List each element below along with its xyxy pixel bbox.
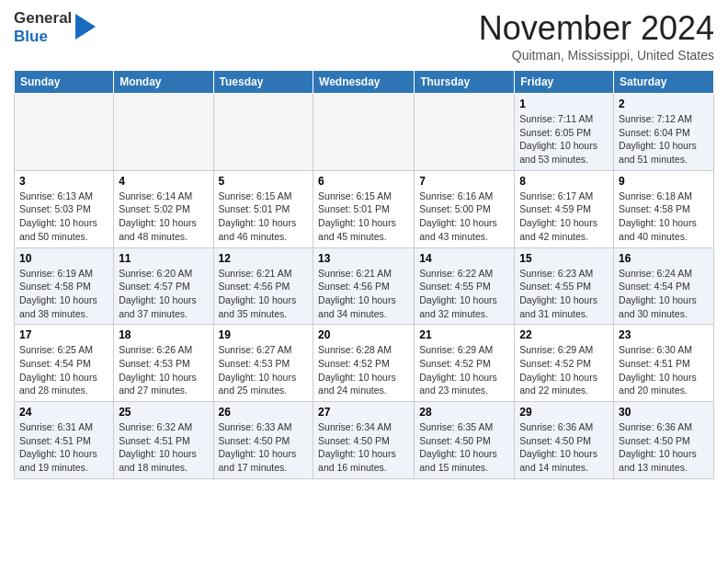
logo-blue: Blue (14, 28, 72, 46)
day-number: 28 (419, 406, 509, 419)
logo: General Blue (14, 9, 96, 45)
day-info: Sunrise: 6:21 AM Sunset: 4:56 PM Dayligh… (219, 267, 309, 321)
day-number: 21 (419, 328, 509, 341)
calendar-cell: 6Sunrise: 6:15 AM Sunset: 5:01 PM Daylig… (313, 170, 415, 247)
day-number: 9 (619, 175, 709, 188)
calendar-week-row: 24Sunrise: 6:31 AM Sunset: 4:51 PM Dayli… (15, 402, 714, 479)
calendar: SundayMondayTuesdayWednesdayThursdayFrid… (14, 70, 714, 479)
day-info: Sunrise: 6:16 AM Sunset: 5:00 PM Dayligh… (419, 190, 509, 244)
calendar-cell: 11Sunrise: 6:20 AM Sunset: 4:57 PM Dayli… (114, 247, 213, 325)
calendar-cell (15, 94, 114, 171)
calendar-cell: 18Sunrise: 6:26 AM Sunset: 4:53 PM Dayli… (114, 325, 213, 402)
day-info: Sunrise: 6:26 AM Sunset: 4:53 PM Dayligh… (119, 343, 208, 397)
day-number: 18 (119, 328, 208, 341)
day-info: Sunrise: 6:21 AM Sunset: 4:56 PM Dayligh… (318, 267, 409, 321)
day-info: Sunrise: 6:33 AM Sunset: 4:50 PM Dayligh… (219, 420, 309, 475)
calendar-cell: 16Sunrise: 6:24 AM Sunset: 4:54 PM Dayli… (614, 247, 714, 325)
day-info: Sunrise: 6:36 AM Sunset: 4:50 PM Dayligh… (519, 420, 609, 475)
calendar-cell: 12Sunrise: 6:21 AM Sunset: 4:56 PM Dayli… (213, 247, 313, 325)
calendar-cell: 2Sunrise: 7:12 AM Sunset: 6:04 PM Daylig… (614, 94, 714, 171)
day-info: Sunrise: 6:19 AM Sunset: 4:58 PM Dayligh… (19, 267, 108, 321)
day-number: 23 (619, 328, 709, 341)
svg-marker-0 (75, 14, 96, 40)
day-info: Sunrise: 6:17 AM Sunset: 4:59 PM Dayligh… (519, 190, 609, 244)
day-info: Sunrise: 6:18 AM Sunset: 4:58 PM Dayligh… (619, 190, 709, 244)
calendar-header-monday: Monday (114, 71, 213, 94)
day-number: 17 (19, 328, 108, 341)
day-info: Sunrise: 6:29 AM Sunset: 4:52 PM Dayligh… (519, 343, 609, 397)
month-title: November 2024 (479, 9, 714, 48)
day-number: 26 (219, 406, 309, 419)
calendar-header-wednesday: Wednesday (313, 71, 415, 94)
calendar-cell: 20Sunrise: 6:28 AM Sunset: 4:52 PM Dayli… (313, 325, 415, 402)
calendar-cell: 4Sunrise: 6:14 AM Sunset: 5:02 PM Daylig… (114, 170, 213, 247)
calendar-header-sunday: Sunday (15, 71, 114, 94)
day-info: Sunrise: 7:11 AM Sunset: 6:05 PM Dayligh… (519, 112, 609, 167)
day-number: 30 (619, 406, 709, 419)
day-info: Sunrise: 6:32 AM Sunset: 4:51 PM Dayligh… (119, 420, 208, 475)
day-info: Sunrise: 6:22 AM Sunset: 4:55 PM Dayligh… (419, 267, 509, 321)
day-info: Sunrise: 6:36 AM Sunset: 4:50 PM Dayligh… (619, 420, 709, 475)
day-number: 1 (519, 98, 609, 110)
day-info: Sunrise: 6:14 AM Sunset: 5:02 PM Dayligh… (119, 190, 208, 244)
day-info: Sunrise: 6:34 AM Sunset: 4:50 PM Dayligh… (318, 420, 409, 475)
day-info: Sunrise: 6:31 AM Sunset: 4:51 PM Dayligh… (19, 420, 108, 475)
day-info: Sunrise: 6:28 AM Sunset: 4:52 PM Dayligh… (318, 343, 409, 397)
calendar-week-row: 10Sunrise: 6:19 AM Sunset: 4:58 PM Dayli… (15, 247, 714, 325)
calendar-cell (313, 94, 415, 171)
calendar-cell: 29Sunrise: 6:36 AM Sunset: 4:50 PM Dayli… (515, 402, 614, 479)
day-info: Sunrise: 6:25 AM Sunset: 4:54 PM Dayligh… (19, 343, 108, 397)
day-number: 24 (19, 406, 108, 419)
calendar-header-row: SundayMondayTuesdayWednesdayThursdayFrid… (15, 71, 714, 94)
logo-general: General (14, 9, 72, 28)
day-info: Sunrise: 7:12 AM Sunset: 6:04 PM Dayligh… (619, 112, 709, 167)
calendar-cell: 24Sunrise: 6:31 AM Sunset: 4:51 PM Dayli… (15, 402, 114, 479)
day-number: 4 (119, 175, 208, 188)
calendar-cell: 9Sunrise: 6:18 AM Sunset: 4:58 PM Daylig… (614, 170, 714, 247)
day-number: 13 (318, 252, 409, 265)
calendar-header-friday: Friday (515, 71, 614, 94)
day-number: 7 (419, 175, 509, 188)
calendar-cell: 30Sunrise: 6:36 AM Sunset: 4:50 PM Dayli… (614, 402, 714, 479)
day-info: Sunrise: 6:15 AM Sunset: 5:01 PM Dayligh… (318, 190, 409, 244)
day-number: 3 (19, 175, 108, 188)
day-number: 10 (19, 252, 108, 265)
day-number: 25 (119, 406, 208, 419)
calendar-cell (415, 94, 515, 171)
day-number: 29 (519, 406, 609, 419)
calendar-cell: 1Sunrise: 7:11 AM Sunset: 6:05 PM Daylig… (515, 94, 614, 171)
calendar-cell: 22Sunrise: 6:29 AM Sunset: 4:52 PM Dayli… (515, 325, 614, 402)
day-info: Sunrise: 6:23 AM Sunset: 4:55 PM Dayligh… (519, 267, 609, 321)
day-info: Sunrise: 6:13 AM Sunset: 5:03 PM Dayligh… (19, 190, 108, 244)
day-number: 22 (519, 328, 609, 341)
day-number: 20 (318, 328, 409, 341)
calendar-header-saturday: Saturday (614, 71, 714, 94)
day-number: 8 (519, 175, 609, 188)
calendar-cell: 21Sunrise: 6:29 AM Sunset: 4:52 PM Dayli… (415, 325, 515, 402)
calendar-cell: 17Sunrise: 6:25 AM Sunset: 4:54 PM Dayli… (15, 325, 114, 402)
calendar-cell (114, 94, 213, 171)
calendar-cell: 14Sunrise: 6:22 AM Sunset: 4:55 PM Dayli… (415, 247, 515, 325)
calendar-cell: 5Sunrise: 6:15 AM Sunset: 5:01 PM Daylig… (213, 170, 313, 247)
calendar-cell: 28Sunrise: 6:35 AM Sunset: 4:50 PM Dayli… (415, 402, 515, 479)
day-info: Sunrise: 6:15 AM Sunset: 5:01 PM Dayligh… (219, 190, 309, 244)
day-info: Sunrise: 6:30 AM Sunset: 4:51 PM Dayligh… (619, 343, 709, 397)
day-number: 5 (219, 175, 309, 188)
day-info: Sunrise: 6:35 AM Sunset: 4:50 PM Dayligh… (419, 420, 509, 475)
day-number: 2 (619, 98, 709, 110)
day-number: 6 (318, 175, 409, 188)
day-number: 11 (119, 252, 208, 265)
calendar-cell: 26Sunrise: 6:33 AM Sunset: 4:50 PM Dayli… (213, 402, 313, 479)
day-info: Sunrise: 6:20 AM Sunset: 4:57 PM Dayligh… (119, 267, 208, 321)
logo-arrow-icon (75, 14, 96, 43)
header: General Blue November 2024 Quitman, Miss… (14, 9, 714, 63)
calendar-week-row: 3Sunrise: 6:13 AM Sunset: 5:03 PM Daylig… (15, 170, 714, 247)
calendar-cell (213, 94, 313, 171)
calendar-week-row: 1Sunrise: 7:11 AM Sunset: 6:05 PM Daylig… (15, 94, 714, 171)
calendar-cell: 7Sunrise: 6:16 AM Sunset: 5:00 PM Daylig… (415, 170, 515, 247)
title-section: November 2024 Quitman, Mississippi, Unit… (479, 9, 714, 63)
day-number: 27 (318, 406, 409, 419)
day-info: Sunrise: 6:29 AM Sunset: 4:52 PM Dayligh… (419, 343, 509, 397)
calendar-header-tuesday: Tuesday (213, 71, 313, 94)
day-info: Sunrise: 6:24 AM Sunset: 4:54 PM Dayligh… (619, 267, 709, 321)
